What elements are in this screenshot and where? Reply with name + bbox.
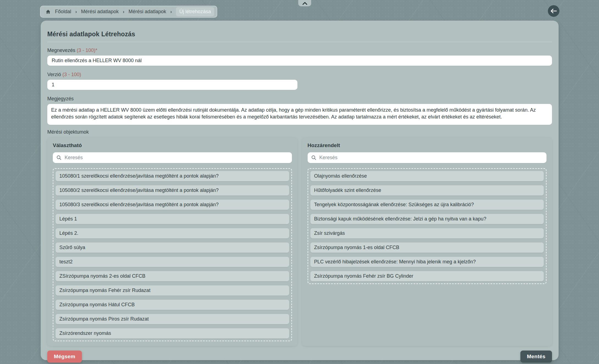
assigned-list-item[interactable]: Zsírzópumpa nyomás 1-es oldal CFCB (310, 242, 544, 253)
cancel-button[interactable]: Mégsem (47, 351, 82, 363)
megjegyzes-textarea[interactable]: Ez a mérési adatlap a HELLER WV 8000 üze… (47, 104, 552, 125)
megnevezes-label: Megnevezés (3 - 100)* (47, 48, 552, 53)
meresi-objektumok-label: Mérési objektumok (47, 129, 552, 135)
selectable-panel-title: Választható (53, 142, 292, 148)
assigned-list-item[interactable]: Tengelyek központosságának ellenőrzése: … (310, 200, 544, 210)
page-title: Mérési adatlapok Létrehozás (47, 31, 552, 38)
arrow-left-icon (550, 9, 557, 13)
save-button[interactable]: Mentés (520, 351, 552, 363)
assigned-list-item[interactable]: Biztonsági kapuk működésének ellenőrzése… (310, 214, 544, 224)
verzio-label: Verzió (3 - 100) (47, 72, 552, 78)
breadcrumb: Főoldal › Mérési adatlapok › Mérési adat… (40, 6, 217, 18)
assigned-list-item[interactable]: PLC vezérlő hibajelzések ellenőrzése: Me… (310, 257, 544, 267)
megnevezes-input[interactable] (47, 56, 552, 66)
breadcrumb-item-meresi-adatlapok-1[interactable]: Mérési adatlapok (81, 9, 119, 15)
back-button[interactable] (548, 5, 559, 17)
breadcrumb-item-current: Új létrehozása (176, 7, 214, 16)
search-icon (56, 155, 62, 160)
selectable-dropzone: 105080/1 szerelőkocsi ellenőrzése/javítá… (53, 168, 292, 341)
selectable-list-item[interactable]: Zsírzópumpa nyomás Piros zsír Rudazat (56, 314, 289, 324)
selectable-list-item[interactable]: teszt2 (56, 257, 289, 267)
selectable-list-item[interactable]: Zsírzópumpa nyomás Fehér zsír Rudazat (56, 285, 289, 296)
verzio-input[interactable] (47, 80, 297, 90)
selectable-list-item[interactable]: Zsírzórendszer nyomás (56, 328, 289, 338)
chevron-up-icon (302, 2, 308, 5)
megjegyzes-label: Megjegyzés (47, 96, 552, 102)
assigned-panel: Hozzárendelt Olajnyomás ellenőrzése Hűtő… (302, 137, 552, 346)
selectable-list-item[interactable]: Szűrő súlya (56, 242, 289, 253)
assigned-dropzone: Olajnyomás ellenőrzése Hűtőfolyadék szin… (308, 168, 547, 284)
assigned-list-item[interactable]: Zsír szivárgás (310, 228, 544, 238)
verzio-hint: (3 - 100) (62, 72, 81, 77)
assigned-panel-title: Hozzárendelt (308, 142, 547, 148)
form-footer: Mégsem Mentés (47, 351, 552, 363)
breadcrumb-item-meresi-adatlapok-2[interactable]: Mérési adatlapok (128, 9, 166, 15)
selectable-list-item[interactable]: Zsírzópumpa nyomás Hátul CFCB (56, 300, 289, 310)
selectable-list-item[interactable]: Lépés 1 (56, 214, 289, 224)
create-form-card: Mérési adatlapok Létrehozás Megnevezés (… (41, 21, 559, 360)
breadcrumb-separator: › (170, 9, 172, 15)
selectable-search-box (53, 152, 292, 163)
assigned-list-item[interactable]: Zsírzópumpa nyomás Fehér zsír BG Cylinde… (310, 271, 544, 281)
selectable-search-input[interactable] (64, 155, 288, 161)
dual-list-panels: Választható 105080/1 szerelőkocsi ellenő… (47, 137, 552, 346)
breadcrumb-item-home[interactable]: Főoldal (55, 9, 71, 15)
breadcrumb-separator: › (123, 9, 125, 15)
selectable-list-item[interactable]: ZSírzópumpa nyomás 2-es oldal CFCB (56, 271, 289, 281)
collapse-toolbar-button[interactable] (298, 0, 311, 6)
search-icon (311, 155, 316, 160)
assigned-list-item[interactable]: Olajnyomás ellenőrzése (310, 171, 544, 181)
page-root: Főoldal › Mérési adatlapok › Mérési adat… (0, 0, 599, 364)
selectable-panel: Választható 105080/1 szerelőkocsi ellenő… (47, 137, 297, 346)
breadcrumb-separator: › (75, 9, 77, 15)
selectable-list-item[interactable]: 105080/2 szerelőkocsi ellenőrzése/javítá… (56, 185, 289, 195)
title-divider (47, 42, 552, 42)
assigned-search-box (308, 152, 547, 163)
megnevezes-hint: (3 - 100)* (77, 48, 97, 53)
assigned-search-input[interactable] (319, 155, 543, 161)
selectable-list-item[interactable]: Lépés 2. (56, 228, 289, 238)
selectable-list-item[interactable]: 105080/3 szerelőkocsi ellenőrzése/javítá… (56, 200, 289, 210)
assigned-list-item[interactable]: Hűtőfolyadék szint ellenőrzése (310, 185, 544, 195)
selectable-list-item[interactable]: 105080/1 szerelőkocsi ellenőrzése/javítá… (56, 171, 289, 181)
home-icon[interactable] (45, 9, 51, 15)
